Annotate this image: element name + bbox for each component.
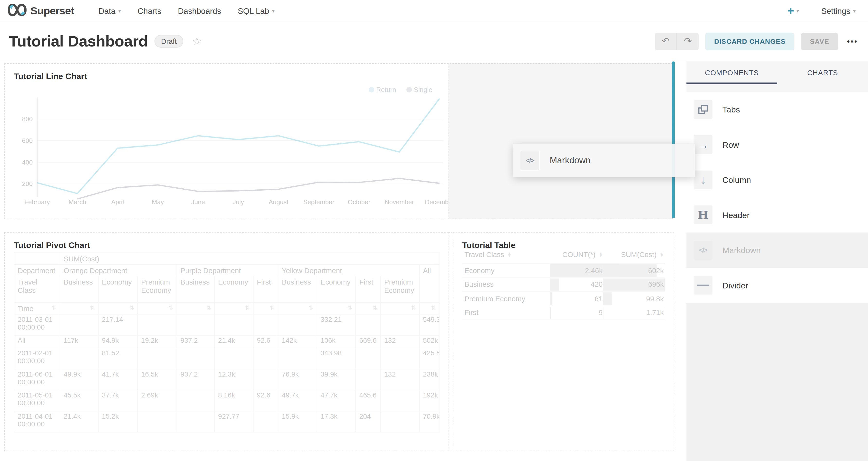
pivot-value-cell: 937.2	[177, 335, 215, 348]
discard-changes-button[interactable]: DISCARD CHANGES	[705, 32, 794, 50]
pivot-dept-group: All	[419, 264, 439, 276]
pivot-value-cell: 106k	[317, 335, 355, 348]
pivot-value-cell: 70.9k	[419, 411, 439, 432]
top-navbar: Superset Data▾ChartsDashboardsSQL Lab▾ +…	[0, 0, 868, 22]
redo-button[interactable]: ↷	[677, 32, 699, 50]
cell-sum-cost: 99.8k	[602, 292, 665, 305]
pivot-value-cell: 81.52	[98, 348, 138, 369]
dashboard-canvas: Tutorial Line Chart ReturnSingle 2004006…	[0, 61, 686, 461]
sidebar-item-label: Column	[722, 175, 751, 184]
col-header-sum-cost[interactable]: SUM(Cost)▲▼	[602, 250, 665, 258]
cell-travel-class: First	[462, 306, 551, 319]
col-header-travel-class[interactable]: Travel Class▲▼	[462, 250, 551, 258]
nav-label: SQL Lab	[238, 6, 269, 15]
divider-icon	[693, 276, 712, 295]
line-chart-card[interactable]: Tutorial Line Chart ReturnSingle 2004006…	[4, 63, 448, 219]
sidebar-item-column[interactable]: ↓Column	[686, 162, 868, 197]
pivot-sort-control[interactable]: ⇅	[137, 303, 177, 314]
pivot-value-cell: 41.7k	[98, 369, 138, 390]
pivot-time-label[interactable]: Time⇅	[14, 303, 60, 314]
pivot-value-cell: 927.77	[215, 411, 253, 432]
table-row[interactable]: Business420696k	[462, 278, 665, 292]
pivot-sort-control[interactable]: ⇅	[177, 303, 215, 314]
save-button[interactable]: SAVE	[801, 32, 838, 50]
table-chart-card[interactable]: Tutorial Table Travel Class▲▼COUNT(*)▲▼S…	[453, 232, 674, 451]
tab-charts[interactable]: CHARTS	[777, 61, 868, 84]
dashboard-row-1[interactable]: Tutorial Line Chart ReturnSingle 2004006…	[4, 63, 673, 219]
svg-text:200: 200	[22, 180, 33, 187]
pivot-sort-control[interactable]: ⇅	[356, 303, 380, 314]
favorite-star-icon[interactable]: ☆	[192, 35, 202, 48]
pivot-sort-control[interactable]: ⇅	[98, 303, 138, 314]
pivot-class-col: Premium Economy	[137, 276, 177, 303]
nav-item-data[interactable]: Data▾	[98, 6, 121, 15]
sidebar-item-markdown[interactable]: </>Markdown	[686, 233, 868, 268]
pivot-sort-control[interactable]: ⇅	[317, 303, 355, 314]
sort-icon[interactable]: ▲▼	[599, 252, 603, 256]
pivot-value-cell: 45.5k	[60, 390, 98, 411]
pivot-value-cell: 549.35	[419, 314, 439, 335]
bar-chart-fill	[602, 292, 612, 305]
svg-text:February: February	[24, 198, 50, 206]
sidebar-item-header[interactable]: HHeader	[686, 197, 868, 233]
settings-menu[interactable]: Settings ▾	[821, 6, 856, 15]
pivot-sort-control[interactable]: ⇅	[380, 303, 419, 314]
pivot-value-cell: 17.3k	[317, 411, 355, 432]
sidebar-item-divider[interactable]: Divider	[686, 268, 868, 303]
more-options-button[interactable]: •••	[847, 36, 858, 46]
nav-item-sql-lab[interactable]: SQL Lab▾	[238, 6, 275, 15]
pivot-value-cell: 2.69k	[137, 390, 177, 411]
sort-icon[interactable]: ▲▼	[507, 252, 512, 256]
table-row[interactable]: First91.71k	[462, 306, 665, 320]
pivot-value-cell: 238k	[419, 369, 439, 390]
table-row[interactable]: Premium Economy6199.8k	[462, 292, 665, 306]
pivot-sort-control[interactable]: ⇅	[419, 303, 439, 314]
nav-label: Charts	[138, 6, 161, 15]
pivot-value-cell: 39.9k	[317, 369, 355, 390]
nav-item-charts[interactable]: Charts	[138, 6, 161, 15]
pivot-class-col	[419, 276, 439, 303]
pivot-sort-control[interactable]: ⇅	[215, 303, 253, 314]
pivot-value-cell	[380, 411, 419, 432]
sidebar-item-tabs[interactable]: Tabs	[686, 92, 868, 127]
tab-components[interactable]: COMPONENTS	[686, 61, 777, 84]
sidebar-item-row[interactable]: →Row	[686, 127, 868, 162]
markdown-icon: </>	[693, 241, 712, 259]
pivot-dept-label: Department	[14, 264, 60, 276]
pivot-sort-control[interactable]: ⇅	[278, 303, 317, 314]
cell-count: 9	[551, 306, 603, 319]
pivot-chart-card[interactable]: Tutorial Pivot Chart SUM(Cost)Department…	[4, 232, 448, 451]
drag-preview-markdown[interactable]: </> Markdown	[513, 144, 695, 177]
chevron-down-icon: ▾	[272, 8, 275, 14]
pivot-sort-control[interactable]: ⇅	[60, 303, 98, 314]
series-line-single	[78, 178, 439, 199]
pivot-value-cell	[137, 348, 177, 369]
pivot-sort-control[interactable]: ⇅	[253, 303, 278, 314]
superset-dashboard-edit-page: Superset Data▾ChartsDashboardsSQL Lab▾ +…	[0, 0, 868, 461]
header-actions: ↶ ↷ DISCARD CHANGES SAVE •••	[655, 32, 858, 50]
dashboard-row-2[interactable]: Tutorial Pivot Chart SUM(Cost)Department…	[4, 232, 674, 451]
superset-logo[interactable]: Superset	[8, 4, 74, 18]
sidebar-component-list: Tabs→Row↓ColumnHHeader</>MarkdownDivider	[686, 92, 868, 303]
svg-text:400: 400	[22, 159, 33, 166]
undo-button[interactable]: ↶	[655, 32, 677, 50]
pivot-value-cell	[137, 314, 177, 335]
pivot-class-col: Economy	[215, 276, 253, 303]
pivot-value-cell	[356, 348, 380, 369]
page-title[interactable]: Tutorial Dashboard	[9, 32, 148, 50]
pivot-value-cell: 8.16k	[215, 390, 253, 411]
pivot-value-cell: 132	[380, 335, 419, 348]
pivot-value-cell: 15.2k	[98, 411, 138, 432]
nav-item-dashboards[interactable]: Dashboards	[178, 6, 221, 15]
new-item-button[interactable]: + ▾	[787, 5, 799, 17]
pivot-value-cell: 937.2	[177, 369, 215, 390]
svg-text:March: March	[68, 198, 86, 206]
sort-icon[interactable]: ▲▼	[660, 252, 664, 256]
table-row[interactable]: Economy2.46k602k	[462, 264, 665, 278]
pivot-value-cell: 37.7k	[98, 390, 138, 411]
nav-menus: Data▾ChartsDashboardsSQL Lab▾	[98, 6, 275, 15]
pivot-value-cell	[177, 348, 215, 369]
pivot-value-cell: 92.6	[253, 390, 278, 411]
cell-sum-cost: 1.71k	[602, 306, 665, 319]
col-header-count[interactable]: COUNT(*)▲▼	[551, 250, 603, 258]
